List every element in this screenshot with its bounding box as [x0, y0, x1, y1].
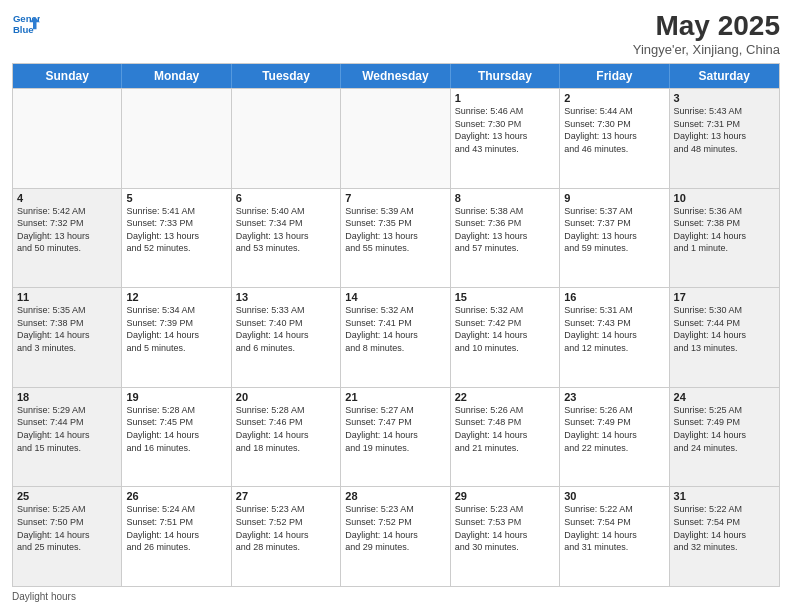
day-info: Sunrise: 5:42 AM Sunset: 7:32 PM Dayligh…: [17, 205, 117, 255]
day-number: 21: [345, 391, 445, 403]
calendar-cell: 31Sunrise: 5:22 AM Sunset: 7:54 PM Dayli…: [670, 487, 779, 586]
calendar-cell: [122, 89, 231, 188]
title-block: May 2025 Yingye'er, Xinjiang, China: [633, 10, 780, 57]
day-info: Sunrise: 5:32 AM Sunset: 7:41 PM Dayligh…: [345, 304, 445, 354]
day-number: 15: [455, 291, 555, 303]
calendar-cell: 1Sunrise: 5:46 AM Sunset: 7:30 PM Daylig…: [451, 89, 560, 188]
calendar-cell: 7Sunrise: 5:39 AM Sunset: 7:35 PM Daylig…: [341, 189, 450, 288]
day-number: 30: [564, 490, 664, 502]
calendar-cell: 4Sunrise: 5:42 AM Sunset: 7:32 PM Daylig…: [13, 189, 122, 288]
calendar-cell: 26Sunrise: 5:24 AM Sunset: 7:51 PM Dayli…: [122, 487, 231, 586]
calendar-cell: 2Sunrise: 5:44 AM Sunset: 7:30 PM Daylig…: [560, 89, 669, 188]
day-number: 26: [126, 490, 226, 502]
calendar-cell: 23Sunrise: 5:26 AM Sunset: 7:49 PM Dayli…: [560, 388, 669, 487]
calendar-cell: 27Sunrise: 5:23 AM Sunset: 7:52 PM Dayli…: [232, 487, 341, 586]
calendar-header-cell: Saturday: [670, 64, 779, 88]
day-number: 6: [236, 192, 336, 204]
calendar-cell: 5Sunrise: 5:41 AM Sunset: 7:33 PM Daylig…: [122, 189, 231, 288]
day-info: Sunrise: 5:41 AM Sunset: 7:33 PM Dayligh…: [126, 205, 226, 255]
calendar-header-cell: Thursday: [451, 64, 560, 88]
calendar-cell: 16Sunrise: 5:31 AM Sunset: 7:43 PM Dayli…: [560, 288, 669, 387]
day-info: Sunrise: 5:36 AM Sunset: 7:38 PM Dayligh…: [674, 205, 775, 255]
calendar-row: 18Sunrise: 5:29 AM Sunset: 7:44 PM Dayli…: [13, 387, 779, 487]
day-info: Sunrise: 5:25 AM Sunset: 7:49 PM Dayligh…: [674, 404, 775, 454]
calendar-cell: 30Sunrise: 5:22 AM Sunset: 7:54 PM Dayli…: [560, 487, 669, 586]
calendar-header-cell: Friday: [560, 64, 669, 88]
day-number: 10: [674, 192, 775, 204]
day-info: Sunrise: 5:35 AM Sunset: 7:38 PM Dayligh…: [17, 304, 117, 354]
calendar-cell: 25Sunrise: 5:25 AM Sunset: 7:50 PM Dayli…: [13, 487, 122, 586]
day-info: Sunrise: 5:32 AM Sunset: 7:42 PM Dayligh…: [455, 304, 555, 354]
day-number: 18: [17, 391, 117, 403]
day-number: 28: [345, 490, 445, 502]
day-info: Sunrise: 5:23 AM Sunset: 7:53 PM Dayligh…: [455, 503, 555, 553]
calendar-cell: 18Sunrise: 5:29 AM Sunset: 7:44 PM Dayli…: [13, 388, 122, 487]
calendar-cell: 24Sunrise: 5:25 AM Sunset: 7:49 PM Dayli…: [670, 388, 779, 487]
footer-text: Daylight hours: [12, 591, 76, 602]
logo-icon: General Blue: [12, 10, 40, 38]
day-number: 25: [17, 490, 117, 502]
day-number: 9: [564, 192, 664, 204]
calendar: SundayMondayTuesdayWednesdayThursdayFrid…: [12, 63, 780, 587]
day-info: Sunrise: 5:39 AM Sunset: 7:35 PM Dayligh…: [345, 205, 445, 255]
calendar-cell: [341, 89, 450, 188]
footer: Daylight hours: [12, 591, 780, 602]
day-number: 24: [674, 391, 775, 403]
calendar-header-cell: Sunday: [13, 64, 122, 88]
calendar-cell: [232, 89, 341, 188]
calendar-cell: 15Sunrise: 5:32 AM Sunset: 7:42 PM Dayli…: [451, 288, 560, 387]
logo: General Blue: [12, 10, 40, 38]
calendar-row: 25Sunrise: 5:25 AM Sunset: 7:50 PM Dayli…: [13, 486, 779, 586]
day-info: Sunrise: 5:34 AM Sunset: 7:39 PM Dayligh…: [126, 304, 226, 354]
header: General Blue May 2025 Yingye'er, Xinjian…: [12, 10, 780, 57]
calendar-cell: 14Sunrise: 5:32 AM Sunset: 7:41 PM Dayli…: [341, 288, 450, 387]
day-info: Sunrise: 5:25 AM Sunset: 7:50 PM Dayligh…: [17, 503, 117, 553]
main-title: May 2025: [633, 10, 780, 42]
page: General Blue May 2025 Yingye'er, Xinjian…: [0, 0, 792, 612]
day-info: Sunrise: 5:22 AM Sunset: 7:54 PM Dayligh…: [564, 503, 664, 553]
day-info: Sunrise: 5:30 AM Sunset: 7:44 PM Dayligh…: [674, 304, 775, 354]
day-info: Sunrise: 5:38 AM Sunset: 7:36 PM Dayligh…: [455, 205, 555, 255]
day-info: Sunrise: 5:43 AM Sunset: 7:31 PM Dayligh…: [674, 105, 775, 155]
day-info: Sunrise: 5:37 AM Sunset: 7:37 PM Dayligh…: [564, 205, 664, 255]
calendar-cell: 19Sunrise: 5:28 AM Sunset: 7:45 PM Dayli…: [122, 388, 231, 487]
day-number: 17: [674, 291, 775, 303]
calendar-cell: 6Sunrise: 5:40 AM Sunset: 7:34 PM Daylig…: [232, 189, 341, 288]
day-number: 7: [345, 192, 445, 204]
calendar-cell: 11Sunrise: 5:35 AM Sunset: 7:38 PM Dayli…: [13, 288, 122, 387]
day-info: Sunrise: 5:28 AM Sunset: 7:46 PM Dayligh…: [236, 404, 336, 454]
calendar-header-cell: Monday: [122, 64, 231, 88]
day-info: Sunrise: 5:27 AM Sunset: 7:47 PM Dayligh…: [345, 404, 445, 454]
day-info: Sunrise: 5:26 AM Sunset: 7:49 PM Dayligh…: [564, 404, 664, 454]
calendar-cell: 8Sunrise: 5:38 AM Sunset: 7:36 PM Daylig…: [451, 189, 560, 288]
day-number: 29: [455, 490, 555, 502]
day-number: 3: [674, 92, 775, 104]
day-number: 2: [564, 92, 664, 104]
calendar-cell: 20Sunrise: 5:28 AM Sunset: 7:46 PM Dayli…: [232, 388, 341, 487]
day-info: Sunrise: 5:46 AM Sunset: 7:30 PM Dayligh…: [455, 105, 555, 155]
calendar-cell: 12Sunrise: 5:34 AM Sunset: 7:39 PM Dayli…: [122, 288, 231, 387]
day-number: 1: [455, 92, 555, 104]
calendar-cell: [13, 89, 122, 188]
day-info: Sunrise: 5:44 AM Sunset: 7:30 PM Dayligh…: [564, 105, 664, 155]
day-info: Sunrise: 5:24 AM Sunset: 7:51 PM Dayligh…: [126, 503, 226, 553]
day-number: 12: [126, 291, 226, 303]
calendar-cell: 29Sunrise: 5:23 AM Sunset: 7:53 PM Dayli…: [451, 487, 560, 586]
calendar-cell: 21Sunrise: 5:27 AM Sunset: 7:47 PM Dayli…: [341, 388, 450, 487]
calendar-header-cell: Wednesday: [341, 64, 450, 88]
day-number: 23: [564, 391, 664, 403]
day-info: Sunrise: 5:33 AM Sunset: 7:40 PM Dayligh…: [236, 304, 336, 354]
day-number: 11: [17, 291, 117, 303]
calendar-header: SundayMondayTuesdayWednesdayThursdayFrid…: [13, 64, 779, 88]
calendar-row: 1Sunrise: 5:46 AM Sunset: 7:30 PM Daylig…: [13, 88, 779, 188]
calendar-cell: 9Sunrise: 5:37 AM Sunset: 7:37 PM Daylig…: [560, 189, 669, 288]
day-number: 16: [564, 291, 664, 303]
day-info: Sunrise: 5:31 AM Sunset: 7:43 PM Dayligh…: [564, 304, 664, 354]
day-number: 14: [345, 291, 445, 303]
calendar-row: 4Sunrise: 5:42 AM Sunset: 7:32 PM Daylig…: [13, 188, 779, 288]
calendar-cell: 28Sunrise: 5:23 AM Sunset: 7:52 PM Dayli…: [341, 487, 450, 586]
day-info: Sunrise: 5:23 AM Sunset: 7:52 PM Dayligh…: [236, 503, 336, 553]
calendar-cell: 13Sunrise: 5:33 AM Sunset: 7:40 PM Dayli…: [232, 288, 341, 387]
day-number: 31: [674, 490, 775, 502]
calendar-cell: 22Sunrise: 5:26 AM Sunset: 7:48 PM Dayli…: [451, 388, 560, 487]
